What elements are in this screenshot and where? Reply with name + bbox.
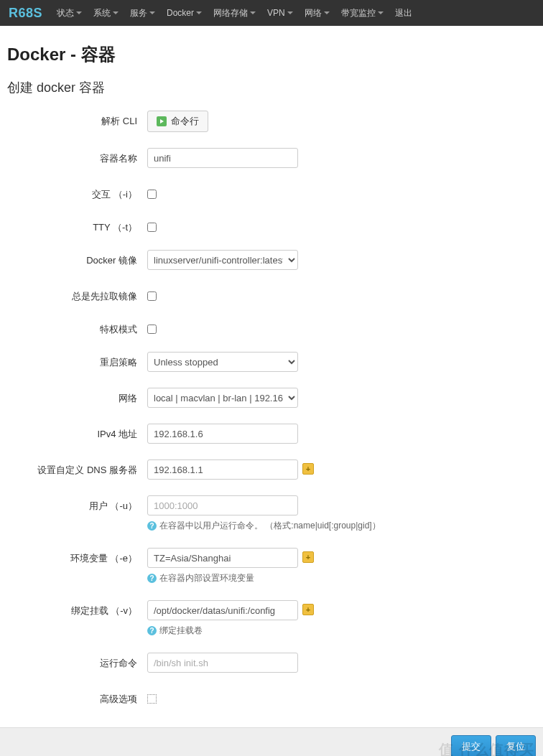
- label-restart: 重启策略: [7, 352, 147, 369]
- always-pull-checkbox[interactable]: [147, 291, 157, 301]
- label-image: Docker 镜像: [7, 250, 147, 267]
- nav-logout[interactable]: 退出: [389, 7, 418, 19]
- nav-network[interactable]: 网络: [299, 7, 335, 19]
- user-input[interactable]: [147, 495, 298, 515]
- main-content: Docker - 容器 创建 docker 容器 解析 CLI 命令行 容器名称…: [0, 26, 543, 706]
- cli-button[interactable]: 命令行: [147, 111, 208, 132]
- advanced-checkbox[interactable]: [147, 694, 157, 704]
- info-icon: ?: [147, 574, 157, 583]
- hint-env: ?在容器内部设置环境变量: [147, 572, 314, 584]
- caret-icon: [113, 11, 119, 14]
- caret-icon: [149, 11, 155, 14]
- cmd-input[interactable]: [147, 653, 298, 673]
- caret-icon: [76, 11, 82, 14]
- caret-icon: [287, 11, 293, 14]
- nav-system[interactable]: 系统: [88, 7, 124, 19]
- network-select[interactable]: local | macvlan | br-lan | 192.168: [147, 388, 298, 408]
- caret-icon: [378, 11, 384, 14]
- tty-checkbox[interactable]: [147, 223, 157, 232]
- nav-status[interactable]: 状态: [51, 7, 88, 19]
- restart-select[interactable]: Unless stopped: [147, 352, 298, 372]
- nav-nas[interactable]: 网络存储: [208, 7, 261, 19]
- label-env: 环境变量 （-e）: [7, 548, 147, 565]
- page-subtitle: 创建 docker 容器: [7, 79, 536, 96]
- label-always-pull: 总是先拉取镜像: [7, 286, 147, 303]
- nav-docker[interactable]: Docker: [161, 8, 208, 18]
- env-input[interactable]: [147, 548, 298, 568]
- info-icon: ?: [147, 521, 157, 531]
- dns-input[interactable]: [147, 459, 298, 480]
- label-ipv4: IPv4 地址: [7, 424, 147, 441]
- add-env-icon[interactable]: [302, 551, 314, 563]
- label-tty: TTY （-t）: [7, 217, 147, 234]
- label-network: 网络: [7, 388, 147, 405]
- reset-button[interactable]: 复位: [496, 735, 536, 756]
- mount-input[interactable]: [147, 600, 298, 620]
- caret-icon: [250, 11, 256, 14]
- label-user: 用户 （-u）: [7, 495, 147, 513]
- label-container-name: 容器名称: [7, 148, 147, 165]
- label-cmd: 运行命令: [7, 653, 147, 670]
- label-dns: 设置自定义 DNS 服务器: [7, 459, 147, 477]
- hint-user: ?在容器中以用户运行命令。 （格式:name|uid[:group|gid]）: [147, 520, 381, 532]
- interactive-checkbox[interactable]: [147, 190, 157, 199]
- label-cli: 解析 CLI: [7, 111, 147, 128]
- image-select[interactable]: linuxserver/unifi-controller:latest: [147, 250, 298, 270]
- caret-icon: [196, 11, 202, 14]
- add-dns-icon[interactable]: [302, 463, 314, 475]
- ipv4-input[interactable]: [147, 424, 298, 444]
- label-advanced: 高级选项: [7, 689, 147, 706]
- info-icon: ?: [147, 626, 157, 635]
- footer-bar: 提交 复位: [0, 727, 543, 756]
- add-mount-icon[interactable]: [302, 604, 314, 615]
- play-icon: [157, 116, 167, 126]
- brand-logo: R68S: [6, 6, 51, 21]
- label-interactive: 交互 （-i）: [7, 184, 147, 201]
- label-mount: 绑定挂载 （-v）: [7, 600, 147, 617]
- navbar: R68S 状态 系统 服务 Docker 网络存储 VPN 网络 带宽监控 退出: [0, 0, 543, 26]
- page-title: Docker - 容器: [7, 43, 536, 66]
- hint-mount: ?绑定挂载卷: [147, 625, 314, 637]
- label-privileged: 特权模式: [7, 319, 147, 336]
- nav-bandwidth[interactable]: 带宽监控: [335, 7, 389, 19]
- submit-button[interactable]: 提交: [451, 735, 491, 756]
- container-name-input[interactable]: [147, 148, 298, 168]
- nav-services[interactable]: 服务: [124, 7, 161, 19]
- privileged-checkbox[interactable]: [147, 325, 157, 334]
- caret-icon: [324, 11, 330, 14]
- nav-vpn[interactable]: VPN: [261, 8, 299, 18]
